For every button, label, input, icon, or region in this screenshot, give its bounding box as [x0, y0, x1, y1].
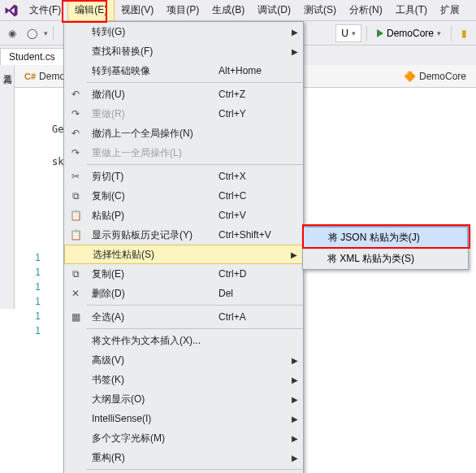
- menu-item-label: 撤消上一个全局操作(N): [87, 127, 219, 141]
- submenu-arrow-icon: ▶: [292, 414, 303, 423]
- menu-item-label: 书签(K): [87, 373, 219, 387]
- paste-special-submenu: 将 JSON 粘贴为类(J)将 XML 粘贴为类(S): [302, 226, 469, 270]
- menu-item[interactable]: ⧉复制(C)Ctrl+C: [64, 186, 303, 206]
- sidebar-toolbox[interactable]: 工具箱: [0, 65, 15, 72]
- menu-item[interactable]: 重构(R)▶: [64, 448, 303, 467]
- tab-student-cs[interactable]: Student.cs: [0, 48, 64, 65]
- nav-back-icon[interactable]: ◉: [5, 26, 19, 41]
- clip-icon: 📋: [64, 229, 87, 241]
- divider: [53, 26, 54, 41]
- menu-item: ↷重做(R)Ctrl+Y: [64, 104, 303, 124]
- menu-item[interactable]: ↶撤消(U)Ctrl+Z: [64, 85, 303, 104]
- menu-separator: [87, 305, 303, 306]
- paste-icon: 📋: [64, 210, 87, 221]
- menu-build[interactable]: 生成(B): [206, 0, 251, 20]
- menu-item[interactable]: 转到(G)▶: [64, 22, 303, 41]
- undo-icon: ↶: [64, 128, 87, 139]
- menu-item[interactable]: 📋粘贴(P)Ctrl+V: [64, 206, 303, 225]
- menu-item[interactable]: ✂剪切(T)Ctrl+X: [64, 167, 303, 186]
- submenu-item[interactable]: 将 XML 粘贴为类(S): [303, 248, 468, 269]
- menu-item-label: IntelliSense(I): [87, 413, 219, 424]
- menu-edit[interactable]: 编辑(E): [67, 0, 115, 21]
- menu-shortcut: Ctrl+C: [219, 190, 292, 202]
- run-label: DemoCore: [387, 28, 434, 39]
- menu-ext[interactable]: 扩展: [434, 0, 466, 20]
- menu-item[interactable]: 查找和替换(F)▶: [64, 41, 303, 61]
- menu-item[interactable]: ↶撤消上一个全局操作(N): [64, 124, 303, 143]
- menu-item-label: 重构(R): [87, 451, 219, 465]
- menu-item[interactable]: 大纲显示(O)▶: [64, 389, 303, 409]
- menu-item-label: 将文件作为文本插入(X)...: [87, 334, 219, 348]
- submenu-arrow-icon: ▶: [292, 28, 303, 37]
- vs-logo-icon: [0, 0, 23, 21]
- menu-item-label: 重做(R): [87, 107, 219, 121]
- submenu-arrow-icon: ▶: [292, 356, 303, 365]
- menu-separator: [87, 164, 303, 165]
- menu-item-label: 粘贴(P): [87, 209, 219, 223]
- divider: [451, 26, 452, 41]
- copy-icon: ⧉: [64, 268, 87, 280]
- chevron-down-icon: ▾: [437, 29, 441, 37]
- class-dropdown[interactable]: 🔶DemoCore: [399, 68, 471, 85]
- copy-icon: ⧉: [64, 190, 87, 202]
- menu-shortcut: Ctrl+Shift+V: [219, 229, 292, 241]
- menu-item-label: 选择性粘贴(S): [88, 248, 218, 262]
- submenu-arrow-icon: ▶: [291, 250, 302, 259]
- cut-icon: ✂: [64, 171, 87, 182]
- submenu-arrow-icon: ▶: [292, 453, 303, 462]
- menu-item-label: 剪切(T): [87, 170, 219, 184]
- menu-separator: [87, 82, 303, 83]
- menu-item[interactable]: 📋显示剪贴板历史记录(Y)Ctrl+Shift+V: [64, 225, 303, 245]
- submenu-arrow-icon: ▶: [292, 375, 303, 384]
- menu-item-label: 显示剪贴板历史记录(Y): [87, 228, 219, 242]
- chevron-down-icon[interactable]: ▾: [44, 29, 48, 37]
- submenu-arrow-icon: ▶: [292, 434, 303, 443]
- line-gutter: 111 111: [15, 88, 47, 473]
- menu-tools[interactable]: 工具(T): [389, 0, 434, 20]
- run-button[interactable]: DemoCore ▾: [372, 24, 446, 42]
- menu-shortcut: Ctrl+V: [219, 210, 292, 221]
- menu-file[interactable]: 文件(F): [23, 0, 67, 20]
- menu-item-label: 高级(V): [87, 354, 219, 367]
- menu-item[interactable]: ▦全选(A)Ctrl+A: [64, 307, 303, 327]
- undo-icon: ↶: [64, 89, 87, 100]
- menu-item-label: 删除(D): [87, 287, 219, 301]
- redo-icon: ↷: [64, 147, 87, 158]
- debug-target-dropdown[interactable]: U▾: [335, 24, 361, 42]
- menu-debug[interactable]: 调试(D): [251, 0, 297, 20]
- class-label: DemoCore: [419, 71, 466, 82]
- sel-icon: ▦: [64, 311, 87, 323]
- csharp-icon: C#: [24, 72, 36, 81]
- submenu-item-label: 将 JSON 粘贴为类(J): [328, 231, 420, 245]
- menu-item[interactable]: 转到基础映像Alt+Home: [64, 61, 303, 80]
- menu-item[interactable]: 书签(K)▶: [64, 370, 303, 389]
- submenu-item[interactable]: 将 JSON 粘贴为类(J): [303, 227, 468, 248]
- menu-test[interactable]: 测试(S): [297, 0, 343, 20]
- toolbar-icon[interactable]: ▮: [457, 26, 471, 41]
- menu-view[interactable]: 视图(V): [115, 0, 160, 20]
- menu-item[interactable]: 选择性粘贴(S)▶: [64, 245, 303, 264]
- menu-item[interactable]: 高级(V)▶: [64, 350, 303, 370]
- nav-fwd-icon[interactable]: ◯: [24, 26, 39, 41]
- menu-shortcut: Ctrl+D: [219, 268, 292, 280]
- menu-item[interactable]: 多个文字光标(M)▶: [64, 428, 303, 448]
- menu-item-label: 撤消(U): [87, 88, 219, 102]
- menu-item-label: 全选(A): [87, 310, 219, 324]
- debug-target-label: U: [341, 28, 348, 39]
- menu-item[interactable]: ✕删除(D)Del: [64, 284, 303, 303]
- play-icon: [377, 29, 383, 37]
- menu-item-label: 重做上一全局操作(L): [87, 146, 219, 160]
- edit-menu-dropdown: 转到(G)▶查找和替换(F)▶转到基础映像Alt+Home↶撤消(U)Ctrl+…: [63, 21, 304, 473]
- menubar: 文件(F) 编辑(E) 视图(V) 项目(P) 生成(B) 调试(D) 测试(S…: [0, 0, 476, 21]
- menu-item[interactable]: IntelliSense(I)▶: [64, 409, 303, 428]
- menu-item[interactable]: ⧉复制(E)Ctrl+D: [64, 264, 303, 284]
- menu-project[interactable]: 项目(P): [160, 0, 206, 20]
- menu-item: ↷重做上一全局操作(L): [64, 143, 303, 163]
- menu-item-label: 转到基础映像: [87, 64, 219, 78]
- menu-item-label: 复制(C): [87, 189, 219, 203]
- submenu-arrow-icon: ▶: [292, 395, 303, 404]
- menu-analyze[interactable]: 分析(N): [343, 0, 389, 20]
- redo-icon: ↷: [64, 108, 87, 119]
- submenu-item-label: 将 XML 粘贴为类(S): [327, 252, 414, 266]
- menu-item[interactable]: 将文件作为文本插入(X)...: [64, 331, 303, 350]
